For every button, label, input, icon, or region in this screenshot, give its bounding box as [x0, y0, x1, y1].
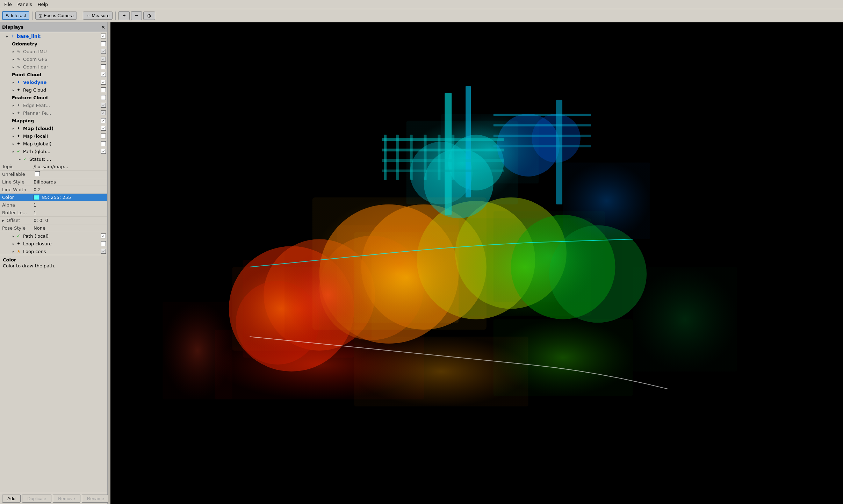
- panel-close-button[interactable]: ✕: [101, 24, 105, 30]
- checkbox-mapping[interactable]: [101, 118, 106, 123]
- duplicate-button[interactable]: Duplicate: [22, 495, 51, 503]
- svg-rect-38: [382, 170, 504, 172]
- panel-splitter[interactable]: ⋮: [108, 22, 110, 504]
- prop-value-color: 85; 255; 255: [34, 195, 105, 200]
- checkbox-map-cloud[interactable]: [101, 126, 106, 131]
- arrow-offset: ▸: [2, 218, 5, 223]
- prop-line-width[interactable]: Line Width 0.2: [0, 186, 107, 194]
- plus-icon-button[interactable]: +: [118, 11, 129, 20]
- tree-item-loop-closure[interactable]: ▸ ✦ Loop closure: [0, 240, 107, 247]
- svg-rect-32: [445, 93, 452, 215]
- toolbar-separator-3: [115, 12, 116, 20]
- checkbox-map-global[interactable]: [101, 141, 106, 146]
- tree-item-odom-imu[interactable]: ▸ ∿ Odom IMU: [0, 48, 107, 55]
- tree-item-loop-cons[interactable]: ▸ ★ Loop cons: [0, 247, 107, 255]
- svg-rect-48: [493, 145, 591, 147]
- tree-item-feature-cloud[interactable]: Feature Cloud: [0, 94, 107, 101]
- prop-line-style[interactable]: Line Style Billboards: [0, 178, 107, 186]
- prop-pose-style[interactable]: Pose Style None: [0, 224, 107, 232]
- checkbox-unreliable[interactable]: [35, 171, 40, 176]
- tree-item-reg-cloud[interactable]: ▸ ✦ Reg Cloud: [0, 86, 107, 94]
- arrow-status: ▸: [19, 157, 23, 161]
- tree-item-mapping[interactable]: Mapping: [0, 117, 107, 124]
- prop-buffer-len[interactable]: Buffer Le... 1: [0, 209, 107, 217]
- measure-label: Measure: [92, 13, 110, 18]
- arrow-base-link: ▸: [6, 34, 10, 38]
- displays-tree-list[interactable]: ▸ + base_link Odometry ▸ ∿ Odom IMU: [0, 32, 107, 255]
- menu-panels[interactable]: Panels: [15, 1, 35, 8]
- checkbox-reg-cloud[interactable]: [101, 87, 106, 92]
- menu-help[interactable]: Help: [35, 1, 51, 8]
- color-swatch[interactable]: [34, 195, 39, 200]
- prop-value-topic: /lio_sam/map...: [34, 164, 105, 169]
- checkbox-odom-gps[interactable]: [101, 57, 106, 62]
- svg-rect-47: [493, 135, 591, 137]
- toolbar-separator-1: [32, 12, 33, 20]
- prop-value-line-width: 0.2: [34, 187, 105, 192]
- arrow-odom-lidar: ▸: [13, 65, 17, 69]
- tree-item-map-cloud[interactable]: ▸ ✦ Map (cloud): [0, 124, 107, 132]
- label-loop-cons: Loop cons: [23, 249, 100, 254]
- label-odom-gps: Odom GPS: [23, 57, 100, 62]
- checkbox-path-local[interactable]: [101, 233, 106, 238]
- focus-camera-label: Focus Camera: [44, 13, 73, 18]
- prop-unreliable[interactable]: Unreliable: [0, 171, 107, 178]
- tree-item-odometry[interactable]: Odometry: [0, 40, 107, 48]
- svg-rect-42: [424, 135, 427, 180]
- rename-button[interactable]: Rename: [82, 495, 109, 503]
- checkbox-velodyne[interactable]: [101, 80, 106, 85]
- svg-rect-49: [312, 197, 487, 330]
- minus-icon-button[interactable]: −: [131, 11, 142, 20]
- menu-bar: File Panels Help: [0, 0, 843, 9]
- tree-item-point-cloud[interactable]: Point Cloud: [0, 71, 107, 78]
- prop-label-unreliable: Unreliable: [2, 172, 34, 177]
- prop-value-offset: 0; 0; 0: [34, 218, 105, 223]
- tree-item-status[interactable]: ▸ ✓ Status: ...: [0, 155, 107, 163]
- icon-loop-cons: ★: [17, 249, 22, 254]
- checkbox-edge-feat[interactable]: [101, 103, 106, 108]
- tree-item-edge-feat[interactable]: ▸ ✦ Edge Feat...: [0, 101, 107, 109]
- prop-label-offset: ▸ Offset: [2, 218, 34, 223]
- remove-button[interactable]: Remove: [53, 495, 80, 503]
- checkbox-feature-cloud[interactable]: [101, 95, 106, 100]
- tree-item-odom-lidar[interactable]: ▸ ∿ Odom lidar: [0, 63, 107, 71]
- status-section: Color Color to draw the path.: [0, 255, 107, 271]
- checkbox-point-cloud[interactable]: [101, 72, 106, 77]
- focus-camera-button[interactable]: ◎ Focus Camera: [35, 12, 77, 20]
- checkbox-odom-lidar[interactable]: [101, 64, 106, 69]
- tree-item-path-global[interactable]: ▸ ✓ Path (glob...: [0, 147, 107, 155]
- viewport[interactable]: [110, 22, 843, 504]
- panel-spacer: [0, 271, 107, 493]
- tree-item-path-local[interactable]: ▸ ✓ Path (local): [0, 232, 107, 240]
- arrow-path-global: ▸: [13, 150, 17, 153]
- label-base-link: base_link: [17, 34, 100, 39]
- measure-button[interactable]: ↔ Measure: [83, 12, 113, 20]
- prop-topic[interactable]: Topic /lio_sam/map...: [0, 163, 107, 171]
- add-button[interactable]: Add: [2, 495, 21, 503]
- prop-offset[interactable]: ▸ Offset 0; 0; 0: [0, 217, 107, 224]
- interact-button[interactable]: ↖ Interact: [2, 11, 29, 20]
- tree-item-plannar-fe[interactable]: ▸ ✦ Plannar Fe...: [0, 109, 107, 117]
- checkbox-base-link[interactable]: [101, 34, 106, 38]
- checkbox-odom-imu[interactable]: [101, 49, 106, 54]
- crosshair-icon-button[interactable]: ⊕: [143, 12, 155, 20]
- prop-color[interactable]: Color 85; 255; 255: [0, 194, 107, 201]
- checkbox-path-global[interactable]: [101, 149, 106, 154]
- label-point-cloud: Point Cloud: [12, 72, 100, 77]
- tree-item-odom-gps[interactable]: ▸ ∿ Odom GPS: [0, 55, 107, 63]
- tree-item-velodyne[interactable]: ▸ ✦ Velodyne: [0, 78, 107, 86]
- prop-alpha[interactable]: Alpha 1: [0, 201, 107, 209]
- tree-item-map-local[interactable]: ▸ ✦ Map (local): [0, 132, 107, 140]
- checkbox-plannar-fe[interactable]: [101, 110, 106, 115]
- icon-odom-imu: ∿: [17, 49, 22, 54]
- checkbox-loop-closure[interactable]: [101, 241, 106, 246]
- tree-item-map-global[interactable]: ▸ ✦ Map (global): [0, 140, 107, 147]
- menu-file[interactable]: File: [1, 1, 15, 8]
- checkbox-loop-cons[interactable]: [101, 249, 106, 254]
- checkbox-odometry[interactable]: [101, 41, 106, 46]
- checkbox-map-local[interactable]: [101, 134, 106, 138]
- arrow-odom-imu: ▸: [13, 50, 17, 53]
- arrow-loop-cons: ▸: [13, 250, 17, 253]
- focus-icon: ◎: [38, 13, 42, 18]
- tree-item-base-link[interactable]: ▸ + base_link: [0, 32, 107, 40]
